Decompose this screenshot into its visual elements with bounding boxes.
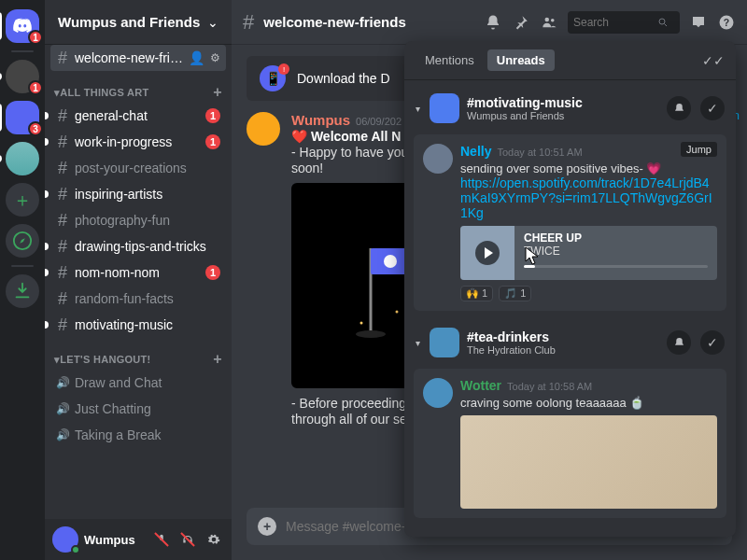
help-button[interactable]: ? xyxy=(717,13,736,32)
download-icon xyxy=(12,281,33,301)
svg-point-9 xyxy=(356,330,386,338)
inbox-button[interactable] xyxy=(689,13,708,32)
add-friend-icon[interactable]: 👤 xyxy=(189,50,204,65)
home-guild[interactable]: 1 xyxy=(6,9,39,43)
speaker-icon: 🔊 xyxy=(56,402,69,415)
section-mark-read-button[interactable]: ✓ xyxy=(700,330,725,355)
attached-image[interactable] xyxy=(460,415,717,509)
spotify-link[interactable]: https://open.spotify.com/track/1D7e4Lrjd… xyxy=(460,175,712,220)
voice-break[interactable]: 🔊Taking a Break xyxy=(50,422,226,448)
channel-drawing[interactable]: #drawing-tips-and-tricks xyxy=(50,233,226,259)
chevron-down-icon[interactable]: ▾ xyxy=(416,104,420,114)
inbox-tabs: Mentions Unreads ✓✓ xyxy=(404,41,736,80)
author-avatar[interactable] xyxy=(423,144,453,174)
section-notify-button[interactable] xyxy=(667,330,691,355)
inbox-section-music: ▾ #motivating-music Wumpus and Friends ✓… xyxy=(414,88,726,311)
chevron-down-icon: ⌄ xyxy=(207,15,218,30)
tab-mentions[interactable]: Mentions xyxy=(416,49,484,71)
bell-icon xyxy=(485,14,501,31)
author-avatar[interactable] xyxy=(423,378,453,408)
channel-wip[interactable]: #work-in-progress1 xyxy=(50,129,226,155)
search-input[interactable] xyxy=(573,16,657,29)
svg-point-2 xyxy=(551,18,555,21)
author-name[interactable]: Wotter xyxy=(460,378,501,393)
channel-welcome[interactable]: #welcome-new-frie…👤⚙ xyxy=(50,45,226,71)
section-guild-icon[interactable] xyxy=(430,328,459,357)
add-channel-icon[interactable]: + xyxy=(213,351,222,368)
section-channel[interactable]: #tea-drinkers xyxy=(467,329,556,344)
hash-icon: # xyxy=(243,10,254,35)
section-mark-read-button[interactable]: ✓ xyxy=(700,96,725,120)
server-name: Wumpus and Friends xyxy=(58,14,207,30)
svg-point-3 xyxy=(659,19,665,24)
self-username: Wumpus xyxy=(84,533,146,547)
category-hangout[interactable]: ▾ LET'S HANGOUT!+ xyxy=(50,338,226,370)
members-button[interactable] xyxy=(540,13,558,32)
user-settings-button[interactable] xyxy=(204,529,224,550)
explore-button[interactable] xyxy=(6,224,39,258)
section-server: The Hydration Club xyxy=(467,344,556,356)
chevron-down-icon[interactable]: ▾ xyxy=(416,338,420,348)
author-avatar[interactable] xyxy=(247,112,280,146)
pinned-button[interactable] xyxy=(512,13,530,32)
phone-icon: 📱! xyxy=(260,65,286,91)
guild-server2[interactable]: 3 xyxy=(6,101,39,134)
self-avatar[interactable] xyxy=(52,526,78,553)
channel-general[interactable]: #general-chat1 xyxy=(50,103,226,129)
mute-mic-button[interactable] xyxy=(151,529,172,550)
server-header[interactable]: Wumpus and Friends ⌄ xyxy=(45,0,232,45)
topbar: # welcome-new-friends ? xyxy=(232,0,747,45)
section-guild-icon[interactable] xyxy=(430,93,459,123)
guild-server3[interactable] xyxy=(6,142,39,175)
guild-rail: 1 1 3 ＋ xyxy=(0,0,45,560)
progress-bar[interactable] xyxy=(524,265,708,268)
mark-all-read-button[interactable]: ✓✓ xyxy=(702,53,725,68)
svg-point-11 xyxy=(396,311,399,314)
section-channel[interactable]: #motivating-music xyxy=(467,95,583,110)
channel-title: welcome-new-friends xyxy=(263,14,406,30)
notifications-button[interactable] xyxy=(484,13,502,32)
jump-button[interactable]: Jump xyxy=(681,142,717,157)
channel-random[interactable]: #random-fun-facts xyxy=(50,286,226,312)
category-art[interactable]: ▾ ALL THINGS ART+ xyxy=(50,71,226,103)
inbox-message[interactable]: WotterToday at 10:58 AM craving some ool… xyxy=(414,369,726,518)
author-name[interactable]: Wumpus xyxy=(291,112,350,128)
channel-music[interactable]: #motivating-music xyxy=(50,312,226,338)
channel-nom[interactable]: #nom-nom-nom1 xyxy=(50,259,226,286)
spotify-embed[interactable]: CHEER UP TWICE xyxy=(460,226,717,280)
add-server-button[interactable]: ＋ xyxy=(6,183,39,217)
inbox-popover: Mentions Unreads ✓✓ ▾ #motivating-music … xyxy=(404,41,736,537)
channel-inspiring[interactable]: #inspiring-artists xyxy=(50,181,226,207)
gear-icon[interactable]: ⚙ xyxy=(210,51,220,64)
speaker-icon: 🔊 xyxy=(56,428,69,441)
svg-point-1 xyxy=(545,17,550,21)
pin-icon xyxy=(513,14,529,31)
inbox-message[interactable]: Jump NellyToday at 10:51 AM sending over… xyxy=(414,134,726,311)
deafen-button[interactable] xyxy=(177,529,198,550)
search-icon xyxy=(657,17,669,28)
attach-button[interactable]: + xyxy=(258,517,276,536)
tab-unreads[interactable]: Unreads xyxy=(487,49,555,71)
headphones-icon xyxy=(181,533,194,546)
channel-post[interactable]: #post-your-creations xyxy=(50,155,226,181)
guild-wumpus[interactable]: 1 xyxy=(6,60,39,93)
reaction[interactable]: 🙌 1 xyxy=(460,286,493,301)
author-name[interactable]: Nelly xyxy=(460,144,491,159)
search-box[interactable] xyxy=(568,11,680,34)
section-notify-button[interactable] xyxy=(667,96,691,120)
voice-just[interactable]: 🔊Just Chatting xyxy=(50,396,226,422)
channel-photo[interactable]: #photography-fun xyxy=(50,207,226,233)
compass-icon xyxy=(12,231,33,251)
speaker-icon: 🔊 xyxy=(56,376,69,389)
channel-sidebar: Wumpus and Friends ⌄ #welcome-new-frie…👤… xyxy=(45,0,232,560)
home-badge: 1 xyxy=(28,30,43,45)
download-apps-button[interactable] xyxy=(6,274,39,308)
reaction[interactable]: 🎵 1 xyxy=(499,286,531,301)
help-icon: ? xyxy=(718,14,735,31)
voice-draw[interactable]: 🔊Draw and Chat xyxy=(50,370,226,396)
section-server: Wumpus and Friends xyxy=(467,110,583,121)
play-icon[interactable] xyxy=(475,241,500,265)
svg-point-8 xyxy=(384,255,397,268)
add-channel-icon[interactable]: + xyxy=(213,84,222,101)
inbox-icon xyxy=(690,14,707,31)
